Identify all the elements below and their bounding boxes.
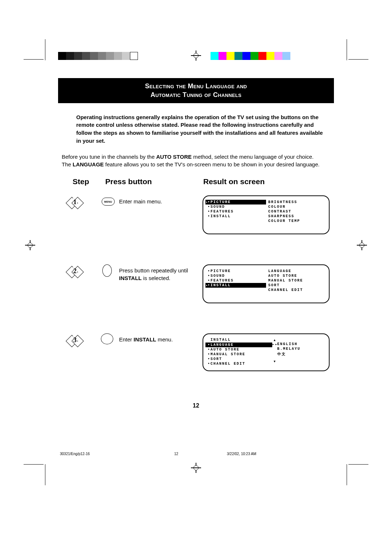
menu-item: •LANGUAGE	[205, 343, 272, 347]
crop-mark	[45, 464, 45, 485]
step-number-icon: 2	[68, 267, 82, 278]
menu-item: AUTO STORE	[266, 274, 327, 278]
menu-item: •FEATURES	[205, 278, 266, 283]
text: Before you tune in the channels by the	[62, 154, 156, 160]
footer-timestamp: 3/22/02, 10:23 AM	[227, 452, 256, 456]
menu-item: SORT	[266, 283, 327, 288]
menu-item: LANGUAGE	[266, 269, 327, 274]
step-number: 2	[73, 267, 77, 275]
menu-item: CONTRAST	[266, 209, 327, 214]
step-number-icon: 3	[68, 336, 82, 347]
registration-mark-icon	[192, 52, 200, 59]
crop-mark	[24, 59, 44, 60]
header-press-button: Press button	[105, 177, 152, 186]
footer-page: 12	[174, 452, 178, 456]
page-number: 12	[58, 402, 334, 409]
step-row-2: 2 Press button repeatedly until INSTALL …	[58, 264, 334, 319]
step-number: 1	[73, 198, 77, 206]
menu-button-icon: MENU	[102, 198, 115, 206]
menu-item: ▸▸ENGLISH	[272, 342, 327, 347]
step-row-1: 1 MENU Enter main menu. ▸•PICTURE •SOUND…	[58, 195, 334, 250]
registration-mark-icon	[26, 242, 34, 249]
menu-item: CHANNEL EDIT	[266, 288, 327, 292]
menu-item: B.MELAYU	[272, 347, 327, 351]
text-bold: LANGUAGE	[73, 161, 104, 167]
menu-item: •SORT	[205, 357, 272, 361]
arrow-up-icon: ▴	[272, 338, 327, 342]
menu-item: MANUAL STORE	[266, 278, 327, 283]
down-button-icon	[102, 264, 112, 277]
menu-item: 中文	[272, 351, 327, 357]
crop-mark	[45, 39, 45, 60]
menu-item: COLOUR TEMP	[266, 219, 327, 223]
menu-item: ▸•PICTURE	[205, 200, 266, 204]
menu-item: COLOUR	[266, 204, 327, 209]
menu-item: •CHANNEL EDIT	[205, 361, 272, 366]
title-line-1: Selecting the Menu Language and	[58, 82, 334, 90]
menu-item: •INSTALL	[205, 214, 266, 219]
column-headers: Step Press button Result on screen	[58, 177, 334, 188]
grayscale-calibration-bar	[58, 52, 138, 60]
step-row-3: 3 Enter INSTALL menu. INSTALL •LANGUAGE …	[58, 333, 334, 388]
menu-item: BRIGHTNESS	[266, 200, 327, 204]
step-instruction: Enter INSTALL menu.	[119, 336, 195, 343]
tv-screen-result-2: •PICTURE •SOUND •FEATURES ▸•INSTALL LANG…	[203, 264, 330, 303]
crop-mark	[24, 464, 44, 465]
menu-item: •SOUND	[205, 204, 266, 209]
intro-paragraph-bold: Operating instructions generally explain…	[76, 113, 323, 145]
header-result: Result on screen	[203, 177, 265, 186]
step-instruction: Press button repeatedly until INSTALL is…	[119, 267, 195, 282]
header-step: Step	[73, 177, 89, 186]
step-number-icon: 1	[68, 198, 82, 208]
crop-mark	[348, 464, 368, 465]
color-calibration-bar	[211, 52, 290, 60]
crop-mark	[347, 464, 347, 485]
registration-mark-icon	[358, 242, 366, 249]
menu-item: ▸•INSTALL	[205, 283, 266, 288]
intro-paragraph: Before you tune in the channels by the A…	[62, 153, 323, 169]
step-number: 3	[73, 336, 77, 344]
menu-item: •AUTO STORE	[205, 347, 272, 352]
crop-mark	[348, 59, 368, 60]
section-title: Selecting the Menu Language and Automati…	[58, 78, 334, 103]
registration-mark-icon	[192, 464, 200, 471]
menu-item: •FEATURES	[205, 209, 266, 214]
menu-item: •MANUAL STORE	[205, 352, 272, 357]
menu-heading: INSTALL	[205, 338, 272, 342]
tv-screen-result-3: INSTALL •LANGUAGE •AUTO STORE •MANUAL ST…	[203, 333, 330, 371]
menu-item: •SOUND	[205, 274, 266, 278]
title-line-2: Automatic Tuning of Channels	[58, 90, 334, 99]
footer-file: 30321/Eng/p12-16	[60, 452, 90, 456]
right-button-icon	[101, 333, 113, 344]
text-bold: AUTO STORE	[156, 154, 192, 160]
arrow-down-icon: ▾	[272, 359, 327, 363]
step-instruction: Enter main menu.	[119, 198, 195, 205]
tv-screen-result-1: ▸•PICTURE •SOUND •FEATURES •INSTALL BRIG…	[203, 195, 330, 234]
crop-mark	[347, 39, 347, 60]
menu-item: SHARPNESS	[266, 214, 327, 219]
text: feature allows you to set the TV's on-sc…	[104, 161, 320, 167]
menu-item: •PICTURE	[205, 269, 266, 274]
